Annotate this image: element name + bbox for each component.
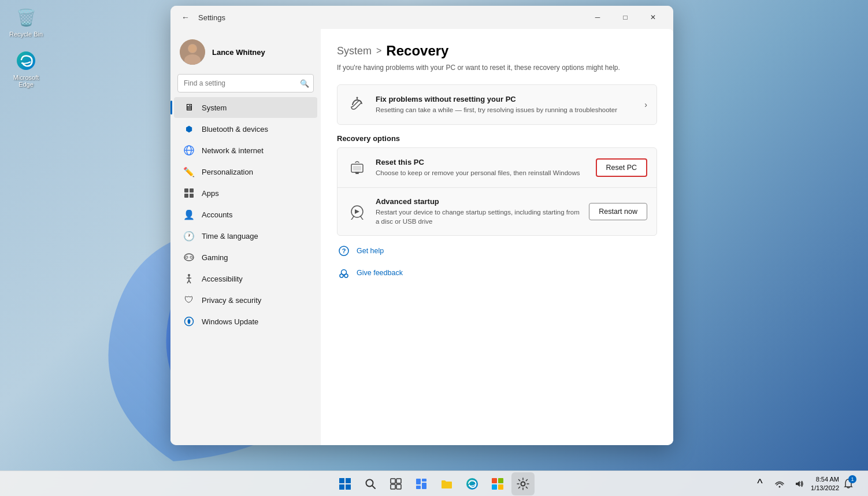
clock-date: 1/13/2022 — [811, 484, 839, 492]
maximize-button[interactable]: □ — [612, 8, 639, 27]
clock-time: 8:54 AM — [811, 475, 839, 483]
sidebar-item-system[interactable]: 🖥 System — [174, 97, 317, 118]
system-icon: 🖥 — [183, 102, 195, 113]
user-name: Lance Whitney — [212, 48, 265, 57]
svg-rect-10 — [184, 194, 188, 198]
sidebar-item-accessibility[interactable]: Accessibility — [174, 268, 317, 289]
close-button[interactable]: ✕ — [640, 8, 666, 27]
svg-rect-41 — [396, 484, 401, 489]
accounts-label: Accounts — [202, 210, 232, 219]
svg-rect-45 — [422, 483, 426, 489]
fix-problems-card[interactable]: Fix problems without resetting your PC R… — [337, 84, 657, 125]
edge-desktop-label: Microsoft Edge — [6, 74, 46, 88]
breadcrumb: System > Recovery — [337, 43, 657, 59]
window-title: Settings — [198, 13, 225, 22]
breadcrumb-current: Recovery — [386, 43, 448, 59]
settings-search-input[interactable] — [177, 74, 314, 92]
svg-line-18 — [187, 280, 189, 283]
recycle-bin-icon[interactable]: 🗑️ Recycle Bin — [6, 6, 46, 38]
window-body: Lance Whitney 🔍 🖥 System ⬢ Bluetooth & d — [170, 29, 673, 445]
accessibility-icon — [183, 273, 195, 284]
taskbar-right: ^ 8:54 AM 1/13/2022 — [752, 472, 862, 495]
svg-rect-11 — [190, 194, 194, 198]
svg-text:?: ? — [342, 247, 346, 254]
give-feedback-row: Give feedback — [337, 266, 657, 280]
reset-pc-button[interactable]: Reset PC — [596, 158, 648, 177]
restart-now-button[interactable]: Restart now — [589, 203, 647, 220]
breadcrumb-separator: > — [376, 46, 381, 56]
fix-card-title: Fix problems without resetting your PC — [376, 95, 636, 103]
get-help-row: ? Get help — [337, 244, 657, 258]
window-controls: ─ □ ✕ — [584, 8, 666, 27]
back-button[interactable]: ← — [177, 9, 194, 25]
svg-point-22 — [357, 97, 358, 99]
taskbar-settings-active-button[interactable] — [511, 472, 535, 495]
svg-rect-42 — [416, 479, 421, 484]
microsoft-edge-desktop-icon[interactable]: Microsoft Edge — [6, 49, 46, 88]
sidebar-nav: 🖥 System ⬢ Bluetooth & devices — [170, 97, 321, 332]
breadcrumb-parent: System — [337, 45, 372, 57]
taskbar-clock[interactable]: 8:54 AM 1/13/2022 — [811, 475, 839, 492]
settings-window: ← Settings ─ □ ✕ — [170, 6, 673, 445]
bluetooth-label: Bluetooth & devices — [202, 125, 268, 134]
fix-chevron-icon: › — [644, 100, 647, 109]
svg-point-31 — [344, 274, 348, 277]
svg-point-4 — [188, 45, 196, 53]
notification-badge: 1 — [848, 475, 856, 483]
notification-area[interactable]: 1 — [843, 478, 862, 490]
taskbar-volume-icon[interactable] — [791, 472, 807, 495]
title-bar: ← Settings ─ □ ✕ — [170, 6, 673, 29]
taskbar-task-view-button[interactable] — [384, 472, 407, 495]
sidebar-item-privacy[interactable]: 🛡 Privacy & security — [174, 290, 317, 310]
taskbar: ^ 8:54 AM 1/13/2022 — [0, 471, 868, 496]
apps-label: Apps — [202, 189, 219, 198]
svg-rect-44 — [416, 486, 421, 489]
user-profile[interactable]: Lance Whitney — [170, 35, 321, 74]
svg-rect-39 — [396, 479, 401, 483]
taskbar-edge-button[interactable] — [461, 472, 484, 495]
system-label: System — [202, 103, 227, 112]
personalization-icon: ✏️ — [183, 166, 195, 177]
sidebar-item-bluetooth[interactable]: ⬢ Bluetooth & devices — [174, 119, 317, 139]
taskbar-network-icon[interactable] — [771, 472, 788, 495]
gaming-label: Gaming — [202, 253, 228, 262]
sidebar-item-gaming[interactable]: Gaming — [174, 247, 317, 268]
taskbar-widgets-button[interactable] — [410, 472, 433, 495]
fix-icon — [347, 94, 368, 115]
svg-rect-50 — [498, 484, 503, 490]
svg-rect-35 — [346, 484, 351, 490]
startup-card-desc: Restart your device to change startup se… — [376, 208, 581, 226]
accounts-icon: 👤 — [183, 209, 195, 220]
sidebar-item-windows-update[interactable]: Windows Update — [174, 311, 317, 332]
minimize-button[interactable]: ─ — [584, 8, 611, 27]
svg-point-52 — [779, 486, 781, 487]
start-button[interactable] — [333, 472, 357, 495]
sidebar-item-accounts[interactable]: 👤 Accounts — [174, 204, 317, 225]
network-label: Network & internet — [202, 146, 264, 155]
sidebar-item-network[interactable]: Network & internet — [174, 140, 317, 161]
sidebar-item-personalization[interactable]: ✏️ Personalization — [174, 161, 317, 182]
sidebar-item-time[interactable]: 🕐 Time & language — [174, 225, 317, 246]
svg-rect-33 — [346, 478, 351, 483]
privacy-icon: 🛡 — [183, 294, 195, 306]
taskbar-file-explorer-button[interactable] — [435, 472, 458, 495]
bluetooth-icon: ⬢ — [183, 123, 195, 135]
sidebar-item-apps[interactable]: Apps — [174, 183, 317, 203]
svg-point-15 — [188, 274, 190, 276]
taskbar-store-button[interactable] — [486, 472, 509, 495]
get-help-link[interactable]: Get help — [357, 247, 384, 255]
give-feedback-link[interactable]: Give feedback — [357, 269, 403, 277]
reset-pc-row: Reset this PC Choose to keep or remove y… — [337, 148, 656, 188]
svg-point-13 — [186, 256, 188, 258]
personalization-label: Personalization — [202, 168, 253, 176]
svg-line-37 — [372, 486, 375, 488]
windows-update-icon — [183, 316, 195, 327]
svg-line-19 — [189, 280, 191, 283]
svg-point-51 — [521, 482, 525, 486]
taskbar-chevron-icon[interactable]: ^ — [752, 472, 768, 495]
recovery-options-card: Reset this PC Choose to keep or remove y… — [337, 147, 657, 236]
svg-rect-32 — [339, 478, 344, 483]
taskbar-search-button[interactable] — [359, 472, 382, 495]
recycle-bin-label: Recycle Bin — [9, 31, 43, 38]
main-content: System > Recovery If you're having probl… — [321, 29, 673, 445]
